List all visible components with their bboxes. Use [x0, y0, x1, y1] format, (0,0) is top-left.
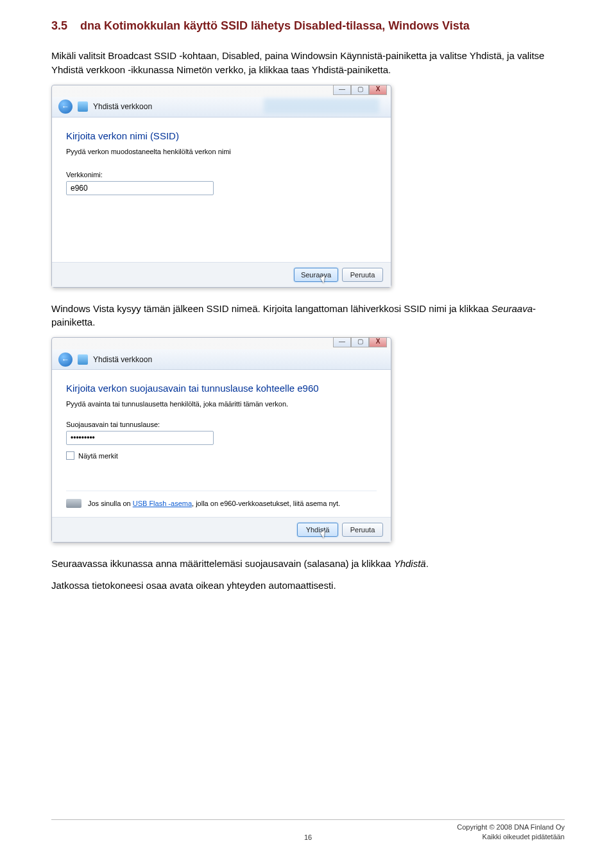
paragraph-1: Mikäli valitsit Broadcast SSID -kohtaan,…: [51, 49, 565, 77]
usb-flash-link[interactable]: USB Flash -asema: [133, 500, 192, 507]
page-number: 16: [304, 833, 312, 841]
cancel-button[interactable]: Peruuta: [342, 268, 383, 282]
dialog-subtext: Pyydä avainta tai tunnuslausetta henkilö…: [66, 400, 377, 408]
ssid-label: Verkkonimi:: [66, 171, 377, 179]
dialog-security-key: — ▢ X ← Yhdistä verkkoon Kirjoita verkon…: [51, 337, 391, 543]
p3-part-a: Seuraavassa ikkunassa anna määrittelemäs…: [51, 558, 394, 569]
p2-em: Seuraava: [492, 303, 533, 314]
back-arrow-icon[interactable]: ←: [58, 353, 73, 367]
section-heading: 3.5 dna Kotimokkulan käyttö SSID lähetys…: [51, 19, 565, 33]
window-controls: — ▢ X: [333, 85, 387, 95]
wizard-title: Yhdistä verkkoon: [93, 102, 152, 111]
dialog-body: Kirjoita verkon suojausavain tai tunnusl…: [52, 370, 391, 517]
usb-text-b: , jolla on e960-verkkoasetukset, liitä a…: [192, 500, 340, 507]
paragraph-2: Windows Vista kysyy tämän jälkeen SSID n…: [51, 302, 565, 330]
paragraph-3: Seuraavassa ikkunassa anna määrittelemäs…: [51, 557, 565, 571]
usb-hint-row: Jos sinulla on USB Flash -asema, jolla o…: [66, 491, 377, 508]
network-wizard-icon: [78, 354, 88, 365]
ssid-input[interactable]: [66, 181, 214, 195]
next-button[interactable]: Seuraava: [294, 268, 338, 282]
back-arrow-icon[interactable]: ←: [58, 100, 73, 114]
minimize-button[interactable]: —: [333, 85, 351, 95]
show-chars-checkbox[interactable]: [66, 451, 74, 460]
section-number: 3.5: [51, 19, 67, 33]
wizard-nav: ← Yhdistä verkkoon: [52, 349, 391, 370]
paragraph-4: Jatkossa tietokoneesi osaa avata oikean …: [51, 579, 565, 593]
dialog-heading: Kirjoita verkon suojausavain tai tunnusl…: [66, 383, 377, 394]
dialog-heading: Kirjoita verkon nimi (SSID): [66, 130, 377, 141]
usb-text-a: Jos sinulla on: [88, 500, 133, 507]
p3-part-b: .: [426, 558, 429, 569]
key-label: Suojausavain tai tunnuslause:: [66, 421, 377, 428]
show-chars-row: Näytä merkit: [66, 451, 377, 460]
usb-flash-icon: [66, 499, 81, 508]
section-title: dna Kotimokkulan käyttö SSID lähetys Dis…: [80, 19, 470, 33]
p2-part-a: Windows Vista kysyy tämän jälkeen SSID n…: [51, 303, 492, 314]
copyright-line: Copyright © 2008 DNA Finland Oy: [457, 823, 565, 832]
rights-line: Kaikki oikeudet pidätetään: [457, 832, 565, 841]
key-input[interactable]: [66, 431, 214, 445]
dialog-subtext: Pyydä verkon muodostaneelta henkilöltä v…: [66, 148, 377, 155]
connect-button[interactable]: Yhdistä: [297, 523, 338, 537]
background-blur: [264, 98, 379, 114]
dialog-footer: Seuraava Peruuta: [52, 262, 391, 287]
page-footer: 16 Copyright © 2008 DNA Finland Oy Kaikk…: [51, 819, 565, 841]
network-wizard-icon: [78, 101, 88, 112]
show-chars-label: Näytä merkit: [78, 452, 118, 460]
close-button[interactable]: X: [369, 85, 387, 95]
minimize-button[interactable]: —: [333, 337, 351, 347]
wizard-title: Yhdistä verkkoon: [93, 355, 152, 364]
p3-em: Yhdistä: [394, 558, 426, 569]
cancel-button[interactable]: Peruuta: [342, 523, 383, 537]
maximize-button[interactable]: ▢: [351, 337, 369, 347]
maximize-button[interactable]: ▢: [351, 85, 369, 95]
dialog-footer: Yhdistä Peruuta: [52, 517, 391, 542]
window-controls: — ▢ X: [333, 337, 387, 347]
dialog-body: Kirjoita verkon nimi (SSID) Pyydä verkon…: [52, 118, 391, 262]
dialog-ssid-name: — ▢ X ← Yhdistä verkkoon Kirjoita verkon…: [51, 85, 391, 288]
close-button[interactable]: X: [369, 337, 387, 347]
